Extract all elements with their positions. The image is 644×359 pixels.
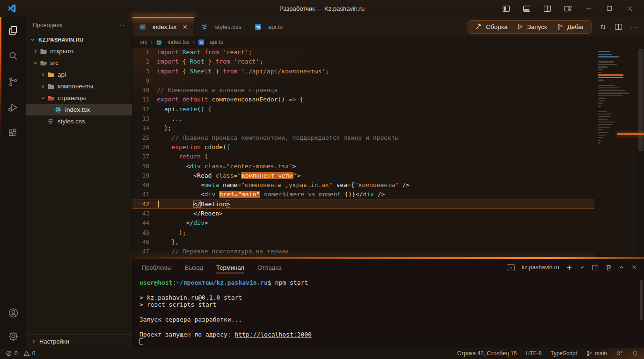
panel-tab-Проблемы[interactable]: Проблемы bbox=[142, 259, 172, 276]
panel-tab-Терминал[interactable]: Терминал bbox=[216, 259, 244, 276]
code-line-39[interactable]: 39 <Read class="компонент чепи"> bbox=[132, 171, 644, 180]
layout-panel-icon[interactable] bbox=[523, 5, 531, 13]
account-icon[interactable] bbox=[7, 307, 19, 319]
tab-styles.css[interactable]: styles.css bbox=[195, 17, 248, 36]
breadcrumb[interactable]: src›index.tsx›TSapi.ts bbox=[132, 36, 644, 48]
language-status[interactable]: TypeScript bbox=[550, 350, 577, 357]
code-text: export default сомпоненсованEedor() => { bbox=[157, 95, 303, 104]
tree-item-компоненты[interactable]: компоненты bbox=[26, 80, 132, 92]
sidebar-more-icon[interactable]: ··· bbox=[116, 22, 125, 29]
panel-tab-Отладка[interactable]: Отладка bbox=[257, 259, 281, 276]
notifications-bell-icon[interactable] bbox=[632, 350, 638, 357]
code-line-47[interactable]: 47 // Перевве псиголатура на термии bbox=[132, 247, 644, 256]
tab-index.tsx[interactable]: index.tsx bbox=[132, 17, 195, 36]
code-line-9[interactable]: 9 bbox=[132, 76, 644, 86]
terminal-scrollbar-thumb[interactable] bbox=[640, 280, 643, 320]
code-line-37[interactable]: 37 return ( bbox=[132, 152, 644, 161]
layout-sidebar-icon[interactable] bbox=[502, 5, 510, 13]
line-number: 26 bbox=[132, 143, 157, 152]
split-terminal-icon[interactable] bbox=[592, 264, 599, 271]
maximize-panel-icon[interactable] bbox=[619, 265, 624, 270]
build-button[interactable]: Сборка bbox=[475, 23, 507, 30]
layout-customize-icon[interactable] bbox=[564, 5, 572, 13]
close-panel-icon[interactable] bbox=[631, 264, 637, 271]
tree-item-страницы[interactable]: страницы bbox=[26, 92, 132, 104]
settings-icon[interactable] bbox=[7, 330, 19, 342]
warning-triangle-icon bbox=[23, 350, 30, 357]
cursor-position-status[interactable]: Строка 42, Столбец 15 bbox=[457, 350, 517, 357]
terminal-output[interactable]: user@host:~/проектеы/kz.pashavin.ru$ npm… bbox=[132, 276, 644, 348]
code-editor[interactable]: 1import React from 'react';2import { Roo… bbox=[132, 48, 644, 257]
chevron-right-icon bbox=[39, 84, 47, 89]
tab-api.ts[interactable]: TSapi.ts bbox=[248, 17, 289, 36]
code-line-13[interactable]: 13 ... bbox=[132, 114, 644, 123]
editor-actions: СборкаЗапускДебаг ··· bbox=[468, 17, 638, 36]
run-button[interactable]: Запуск bbox=[517, 23, 547, 30]
debug-button[interactable]: Дебаг bbox=[556, 23, 584, 30]
tree-item-styles.css[interactable]: styles.css bbox=[26, 115, 132, 127]
tree-item-api[interactable]: api bbox=[26, 69, 132, 80]
code-line-40[interactable]: 40 <meta name="компоненты ,украв.in.ax" … bbox=[132, 180, 644, 190]
more-actions-icon[interactable]: ··· bbox=[630, 23, 638, 31]
extensions-icon[interactable] bbox=[7, 127, 19, 139]
panel-tab-Вывод[interactable]: Вывод bbox=[185, 259, 203, 276]
tree-item-index.tsx[interactable]: index.tsx bbox=[26, 104, 132, 115]
layout-split-icon[interactable] bbox=[543, 5, 551, 13]
code-line-11[interactable]: 11export default сомпоненсованEedor() =>… bbox=[132, 95, 644, 104]
editor-scrollbar-thumb[interactable] bbox=[638, 49, 644, 151]
feedback-icon[interactable] bbox=[616, 350, 623, 357]
hammer-icon bbox=[475, 23, 482, 30]
code-line-25[interactable]: 25 // Правина проивса компонентоми, подд… bbox=[132, 133, 644, 143]
code-line-45[interactable]: 45 ); bbox=[132, 228, 644, 237]
terminal-dropdown-icon[interactable] bbox=[579, 265, 585, 270]
code-line-14[interactable]: 14 }; bbox=[132, 123, 644, 133]
explorer-icon[interactable] bbox=[7, 24, 19, 36]
minimap[interactable] bbox=[594, 48, 637, 257]
breadcrumb-label: index.tsx bbox=[168, 39, 190, 45]
code-line-43[interactable]: 43 </Reoen> bbox=[132, 209, 644, 218]
close-tab-icon[interactable] bbox=[182, 24, 188, 30]
workspace-root-row[interactable]: KZ.PASHAVIN.RU bbox=[26, 34, 132, 45]
minimap-line bbox=[598, 116, 610, 117]
status-bar: 0 0 Строка 42, Столбец 15 UTF-8 TypeScri… bbox=[0, 348, 644, 359]
tree-item-src[interactable]: src bbox=[26, 57, 132, 69]
code-line-1[interactable]: 1import React from 'react'; bbox=[132, 48, 644, 57]
code-text: </Reoen> bbox=[157, 209, 223, 218]
close-button[interactable] bbox=[626, 5, 634, 13]
code-line-12[interactable]: 12 api.reate() { bbox=[132, 105, 644, 114]
source-control-icon[interactable] bbox=[7, 76, 19, 88]
code-line-10[interactable]: 10// Компоненния в кликное страница bbox=[132, 86, 644, 95]
terminal-line bbox=[139, 338, 644, 345]
code-line-41[interactable]: 41 <div href="main" namer${mere vs momen… bbox=[132, 190, 644, 199]
kill-terminal-icon[interactable] bbox=[605, 264, 612, 271]
split-editor-icon[interactable] bbox=[615, 23, 622, 31]
code-line-44[interactable]: 44 </div> bbox=[132, 218, 644, 228]
breadcrumb-item-src[interactable]: src bbox=[140, 39, 147, 45]
code-line-2[interactable]: 2import { Root } from 'react'; bbox=[132, 57, 644, 66]
code-line-38[interactable]: 38 <div class="center-momes.tsx"> bbox=[132, 162, 644, 171]
minimize-button[interactable] bbox=[585, 5, 593, 13]
breadcrumb-item-api.ts[interactable]: TSapi.ts bbox=[198, 39, 223, 45]
code-line-46[interactable]: 46 }, bbox=[132, 237, 644, 247]
line-number: 47 bbox=[132, 247, 157, 256]
encoding-status[interactable]: UTF-8 bbox=[526, 350, 542, 357]
breadcrumb-item-index.tsx[interactable]: index.tsx bbox=[156, 39, 190, 45]
warnings-status[interactable]: 0 bbox=[23, 350, 36, 357]
tree-item-открыто[interactable]: открыто bbox=[26, 45, 132, 57]
editor-scrollbar[interactable] bbox=[637, 48, 644, 257]
minimap-line bbox=[598, 64, 617, 65]
search-icon[interactable] bbox=[7, 50, 19, 62]
new-terminal-icon[interactable] bbox=[566, 264, 573, 271]
outline-section[interactable]: Настройки bbox=[26, 334, 132, 348]
run-debug-icon[interactable] bbox=[7, 101, 19, 114]
code-line-3[interactable]: 3import { Sheelt } from './api/api/компо… bbox=[132, 67, 644, 76]
git-branch-status[interactable]: main bbox=[586, 350, 607, 357]
code-line-26[interactable]: 26 expetion cdode({ bbox=[132, 143, 644, 152]
code-line-42[interactable]: 42 </Raetion> bbox=[132, 200, 644, 209]
minimap-line bbox=[598, 106, 601, 107]
terminal-name[interactable]: kz.pashavin.ru bbox=[521, 264, 559, 271]
maximize-button[interactable] bbox=[605, 5, 613, 13]
code-text: <meta name="компоненты ,украв.in.ax" sea… bbox=[157, 180, 410, 190]
errors-status[interactable]: 0 bbox=[6, 350, 18, 357]
sync-changes-icon[interactable] bbox=[599, 23, 607, 31]
